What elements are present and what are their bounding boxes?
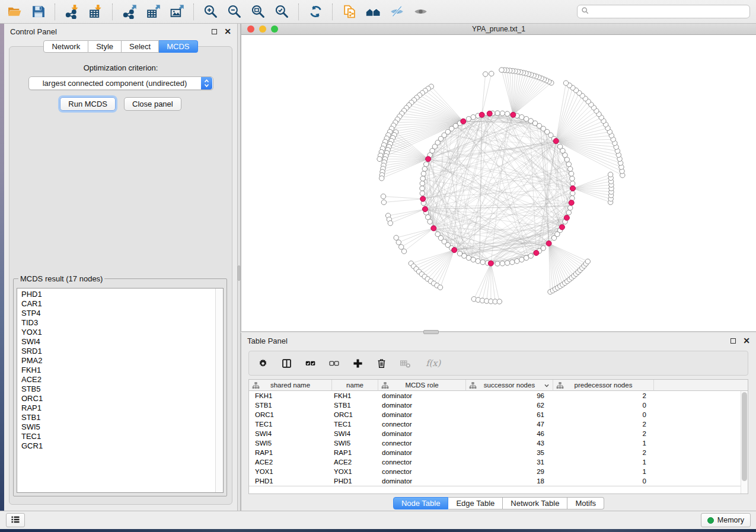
tab-mcds[interactable]: MCDS [159, 40, 197, 53]
network-edge[interactable] [428, 250, 454, 279]
network-node[interactable] [424, 162, 429, 166]
cell[interactable]: PHD1 [331, 476, 378, 486]
mcds-hub-node[interactable] [570, 186, 576, 191]
network-node[interactable] [519, 115, 524, 120]
mcds-result-item[interactable]: PHD1 [21, 290, 223, 299]
network-node[interactable] [379, 176, 384, 181]
cell[interactable]: SWI5 [249, 438, 331, 448]
cell[interactable]: PHD1 [249, 476, 331, 486]
network-node[interactable] [505, 261, 509, 265]
mcds-hub-node[interactable] [479, 112, 484, 117]
zoom-window-icon[interactable] [271, 25, 278, 33]
mcds-result-item[interactable]: TID3 [21, 318, 223, 328]
cell[interactable]: 29 [465, 467, 553, 476]
close-panel-button[interactable]: Close panel [124, 97, 181, 111]
cell[interactable]: dominator [378, 429, 465, 438]
cell[interactable]: 2 [553, 429, 653, 438]
network-node[interactable] [476, 259, 480, 264]
cell[interactable]: 1 [553, 467, 653, 476]
network-node[interactable] [519, 257, 524, 262]
network-edge[interactable] [513, 78, 538, 115]
network-node[interactable] [421, 171, 426, 176]
cell[interactable]: TEC1 [249, 419, 331, 429]
network-node[interactable] [505, 111, 509, 116]
network-node[interactable] [528, 254, 533, 258]
cell[interactable]: dominator [378, 448, 465, 457]
cell[interactable]: RAP1 [331, 448, 378, 457]
network-node[interactable] [381, 200, 386, 204]
cell[interactable]: 1 [553, 457, 653, 467]
cell[interactable]: ACE2 [249, 457, 331, 467]
table-row[interactable]: ACE2ACE2connector311 [249, 457, 748, 467]
column-header-predecessor-nodes[interactable]: predecessor nodes [553, 380, 653, 391]
network-edge[interactable] [441, 250, 455, 287]
network-edge[interactable] [513, 75, 531, 115]
network-node[interactable] [541, 246, 546, 251]
mcds-hub-node[interactable] [422, 207, 428, 212]
cell[interactable]: STB1 [249, 400, 331, 410]
zoom-out-button[interactable] [224, 2, 244, 21]
network-edge[interactable] [573, 175, 611, 188]
network-edge[interactable] [411, 250, 454, 264]
column-header-mcds-role[interactable]: MCDS role [378, 380, 465, 391]
cell[interactable]: 0 [553, 410, 653, 419]
network-edge[interactable] [384, 199, 423, 203]
network-node[interactable] [566, 162, 571, 166]
network-edge[interactable] [549, 243, 578, 272]
network-view[interactable] [241, 35, 756, 331]
table-scrollbar[interactable] [741, 391, 748, 493]
network-node[interactable] [420, 186, 425, 191]
search-box[interactable] [577, 5, 750, 18]
cell[interactable]: ACE2 [331, 457, 378, 467]
mcds-result-item[interactable]: SWI5 [21, 422, 223, 432]
network-edge[interactable] [483, 264, 491, 301]
network-edge[interactable] [398, 228, 433, 242]
network-edge[interactable] [384, 159, 428, 165]
cell[interactable]: YOX1 [249, 467, 331, 476]
table-row[interactable]: RAP1RAP1dominator352 [249, 448, 748, 457]
table-row[interactable]: FKH1FKH1dominator962 [249, 391, 748, 400]
zoom-fit-button[interactable] [248, 2, 268, 21]
network-edge[interactable] [396, 228, 433, 238]
cell[interactable]: 62 [465, 400, 553, 410]
cell[interactable]: dominator [378, 400, 465, 410]
network-node[interactable] [420, 176, 425, 181]
mcds-hub-node[interactable] [569, 200, 574, 206]
network-node[interactable] [557, 144, 562, 149]
mcds-result-item[interactable]: YOX1 [21, 328, 223, 337]
cell[interactable]: TEC1 [331, 419, 378, 429]
network-edge[interactable] [425, 250, 454, 277]
horizontal-splitter[interactable] [241, 331, 756, 333]
cell[interactable]: 2 [553, 391, 653, 400]
table-row[interactable]: STB1STB1dominator620 [249, 400, 748, 410]
network-edge[interactable] [384, 197, 423, 199]
mcds-result-item[interactable]: ORC1 [21, 394, 223, 403]
cell[interactable]: ORC1 [249, 410, 331, 419]
cell[interactable]: 35 [465, 448, 553, 457]
delete-column-button[interactable] [376, 358, 387, 369]
table-row[interactable]: YOX1YOX1connector291 [249, 467, 748, 476]
network-canvas[interactable] [241, 35, 756, 331]
mcds-hub-node[interactable] [488, 261, 493, 266]
run-mcds-button[interactable]: Run MCDS [60, 97, 116, 111]
add-column-button[interactable] [352, 358, 363, 369]
network-node[interactable] [466, 117, 471, 121]
mcds-result-item[interactable]: RAP1 [21, 403, 223, 413]
mcds-hub-node[interactable] [431, 226, 436, 231]
column-header-successor-nodes[interactable]: successor nodes [465, 380, 553, 391]
network-node[interactable] [497, 299, 502, 304]
tab-node-table[interactable]: Node Table [393, 497, 449, 509]
network-node[interactable] [510, 259, 515, 264]
network-node[interactable] [420, 181, 425, 186]
settings-button[interactable] [257, 358, 269, 369]
network-node[interactable] [585, 259, 590, 264]
mcds-hub-node[interactable] [564, 215, 569, 220]
cell[interactable]: STB1 [331, 400, 378, 410]
mcds-result-item[interactable]: STB1 [21, 413, 223, 422]
save-button[interactable] [28, 2, 48, 21]
cell[interactable]: 0 [553, 476, 653, 486]
cell[interactable]: connector [378, 419, 465, 429]
network-edge[interactable] [394, 135, 428, 159]
splitter-grip[interactable] [238, 265, 240, 281]
mcds-hub-node[interactable] [452, 248, 457, 253]
